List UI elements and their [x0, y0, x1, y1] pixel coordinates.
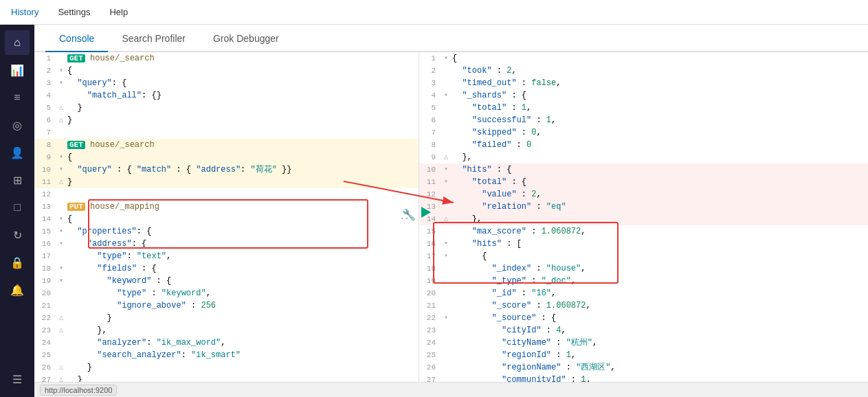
tab-console[interactable]: Console — [45, 25, 108, 52]
collapse-btn[interactable]: ▾ — [441, 52, 451, 65]
line-number: 15 — [419, 225, 441, 238]
code-line-highlighted: 12 "value" : 2, — [419, 188, 868, 201]
top-bar-settings[interactable]: Settings — [55, 7, 93, 17]
collapse-btn[interactable]: ▾ — [56, 213, 66, 225]
collapse-btn[interactable]: ▾ — [56, 77, 66, 89]
line-number: 13 — [34, 201, 56, 213]
sidebar-icon-map[interactable]: ◎ — [5, 113, 30, 137]
sidebar-icon-chart[interactable]: 📊 — [5, 58, 30, 82]
code-content: } — [66, 114, 419, 126]
collapse-btn[interactable]: ▾ — [56, 238, 66, 250]
top-bar: History Settings Help — [0, 0, 868, 25]
code-content: } — [66, 361, 419, 374]
editor-area: 1 GET house/_search 2 ▾ { 3 ▾ "quer — [34, 52, 868, 382]
top-bar-help[interactable]: Help — [107, 7, 131, 17]
code-content: "value" : 2, — [451, 188, 868, 201]
code-line: 8 "failed" : 0 — [419, 139, 868, 151]
right-panel: 1 ▾ { 2 "took" : 2, 3 "timed_out" : fals… — [419, 52, 868, 382]
collapse-btn[interactable]: △ — [56, 374, 66, 382]
tab-grok-debugger[interactable]: Grok Debugger — [199, 25, 293, 52]
send-button[interactable] — [421, 207, 431, 218]
code-content: } — [66, 102, 419, 114]
tab-search-profiler[interactable]: Search Profiler — [108, 25, 199, 52]
code-content: "search_analyzer": "ik_smart" — [66, 349, 419, 361]
line-number: 1 — [419, 52, 441, 65]
code-content: "max_score" : 1.060872, — [451, 225, 868, 238]
collapse-btn[interactable]: ▾ — [441, 89, 451, 102]
line-number: 21 — [34, 299, 56, 312]
code-editor-left[interactable]: 1 GET house/_search 2 ▾ { 3 ▾ "quer — [34, 52, 419, 382]
code-content: "_shards" : { — [451, 89, 868, 102]
collapse-btn[interactable]: △ — [441, 213, 451, 225]
code-line: 23 "cityId" : 4, — [419, 324, 868, 337]
code-content: } — [66, 176, 419, 188]
sidebar-icon-menu[interactable]: ☰ — [5, 367, 30, 392]
code-line: 22 ▾ "_source" : { — [419, 312, 868, 324]
collapse-btn[interactable]: ▾ — [56, 275, 66, 287]
tabs: Console Search Profiler Grok Debugger — [34, 25, 868, 52]
line-number: 18 — [419, 262, 441, 275]
sidebar-icon-grid[interactable]: ⊞ — [5, 168, 30, 192]
collapse-btn[interactable]: △ — [56, 114, 66, 126]
code-line: 4 ▾ "_shards" : { — [419, 89, 868, 102]
code-line-highlighted: 14 △ }, — [419, 213, 868, 225]
line-number: 4 — [34, 89, 56, 102]
code-line: 12 — [34, 188, 419, 201]
sidebar-icon-bell[interactable]: 🔔 — [5, 277, 30, 302]
collapse-btn[interactable]: △ — [56, 176, 66, 188]
url-display: http://localhost:9200 — [40, 385, 117, 396]
code-content: "type" : "keyword", — [66, 287, 419, 299]
collapse-btn[interactable]: ▾ — [56, 262, 66, 275]
code-line: 19 "_type" : "_doc", — [419, 275, 868, 287]
sidebar-icon-user[interactable]: 👤 — [5, 140, 30, 165]
code-line: 19 ▾ "keyword" : { — [34, 275, 419, 287]
collapse-btn[interactable]: ▾ — [56, 65, 66, 77]
sidebar-icon-home[interactable]: ⌂ — [5, 30, 30, 55]
line-number: 11 — [419, 176, 441, 188]
code-line: 15 "max_score" : 1.060872, — [419, 225, 868, 238]
collapse-btn[interactable]: ▾ — [441, 163, 451, 176]
line-number: 24 — [34, 337, 56, 349]
line-number: 2 — [419, 65, 441, 77]
code-content: "properties": { — [66, 225, 419, 238]
divider-handle[interactable]: ⋮ — [399, 212, 416, 223]
collapse-btn[interactable]: △ — [56, 312, 66, 324]
sidebar-icon-box[interactable]: □ — [5, 195, 30, 220]
line-number: 9 — [419, 151, 441, 163]
line-number: 26 — [34, 361, 56, 374]
response-area[interactable]: 1 ▾ { 2 "took" : 2, 3 "timed_out" : fals… — [419, 52, 868, 382]
code-content: "_index" : "house", — [451, 262, 868, 275]
code-content: "type": "text", — [66, 250, 419, 262]
code-line: 18 ▾ "fields" : { — [34, 262, 419, 275]
collapse-btn[interactable]: ▾ — [441, 238, 451, 250]
line-number: 16 — [419, 238, 441, 250]
collapse-btn[interactable]: ▾ — [441, 250, 451, 262]
line-number: 7 — [34, 126, 56, 139]
collapse-btn[interactable]: △ — [56, 102, 66, 114]
collapse-btn[interactable]: ▾ — [441, 176, 451, 188]
code-line: 24 "analyzer": "ik_max_word", — [34, 337, 419, 349]
code-content: { — [66, 213, 419, 225]
code-line: 23 △ }, — [34, 324, 419, 337]
collapse-btn[interactable]: ▾ — [56, 163, 66, 176]
line-number: 11 — [34, 176, 56, 188]
collapse-btn[interactable]: △ — [441, 151, 451, 163]
collapse-btn[interactable]: △ — [56, 361, 66, 374]
collapse-btn[interactable]: ▾ — [56, 225, 66, 238]
sidebar-icon-lock[interactable]: 🔒 — [5, 250, 30, 275]
line-number: 26 — [419, 361, 441, 374]
top-bar-history[interactable]: History — [8, 7, 41, 17]
line-number: 16 — [34, 238, 56, 250]
line-number: 27 — [419, 374, 441, 382]
collapse-btn[interactable]: ▾ — [441, 312, 451, 324]
code-content: "took" : 2, — [451, 65, 868, 77]
code-content: "skipped" : 0, — [451, 126, 868, 139]
code-line: 20 "_id" : "16", — [419, 287, 868, 299]
code-content: "query" : { "match" : { "address": "荷花" … — [66, 163, 419, 176]
collapse-btn[interactable]: ▾ — [56, 151, 66, 163]
sidebar-icon-sync[interactable]: ↻ — [5, 223, 30, 247]
sidebar-icon-list[interactable]: ≡ — [5, 85, 30, 110]
collapse-btn[interactable]: △ — [56, 324, 66, 337]
code-line: 25 "search_analyzer": "ik_smart" — [34, 349, 419, 361]
line-number: 18 — [34, 262, 56, 275]
